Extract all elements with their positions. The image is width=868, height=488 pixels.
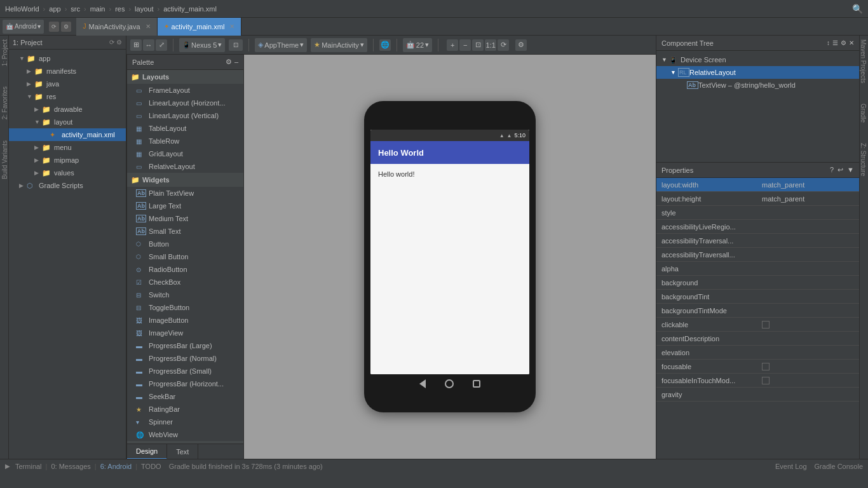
- comp-tree-filter-icon[interactable]: ☰: [832, 39, 838, 46]
- tree-item-drawable[interactable]: ▶ 📁 drawable: [9, 103, 126, 116]
- palette-item-gridlayout[interactable]: ▦ GridLayout: [127, 147, 243, 160]
- settings-canvas-btn[interactable]: ⚙: [515, 39, 527, 51]
- canvas-pan-btn[interactable]: ↔: [143, 39, 154, 51]
- activity-dropdown[interactable]: ★ MainActivity ▾: [311, 38, 367, 52]
- palette-item-large-text[interactable]: Ab Large Text: [127, 200, 243, 212]
- canvas-toggle-btn[interactable]: ⊞: [130, 39, 142, 51]
- comp-item-device-screen[interactable]: ▼ 📱 Device Screen: [656, 53, 859, 66]
- vert-tab-gradle[interactable]: Gradle: [860, 100, 868, 126]
- palette-settings-icon[interactable]: ⚙: [226, 58, 232, 66]
- palette-item-switch[interactable]: ⊟ Switch: [127, 288, 243, 301]
- tab-text[interactable]: Text: [167, 444, 198, 459]
- palette-item-ratingbar[interactable]: ★ RatingBar: [127, 403, 243, 416]
- palette-item-linearlayout-v[interactable]: ▭ LinearLayout (Vertical): [127, 109, 243, 122]
- prop-row-accessibilityTraversalBefore[interactable]: accessibilityTraversall...: [656, 248, 859, 262]
- prop-row-focusable[interactable]: focusable: [656, 360, 859, 374]
- messages-label[interactable]: 0: Messages: [51, 463, 90, 470]
- search-icon[interactable]: 🔍: [852, 4, 863, 14]
- comp-tree-close-icon[interactable]: ✕: [849, 39, 854, 46]
- tab-mainactivity-close[interactable]: ✕: [146, 23, 151, 30]
- props-undo-icon[interactable]: ↩: [837, 166, 843, 174]
- tree-item-app[interactable]: ▼ 📁 app: [9, 52, 126, 65]
- tab-design[interactable]: Design: [127, 444, 167, 459]
- event-log-link[interactable]: Event Log: [775, 463, 807, 470]
- zoom-out-btn[interactable]: −: [459, 39, 471, 51]
- tree-item-gradle[interactable]: ▶ ⬡ Gradle Scripts: [9, 179, 126, 192]
- tree-item-values[interactable]: ▶ 📁 values: [9, 166, 126, 179]
- props-filter-icon[interactable]: ▼: [847, 166, 854, 174]
- palette-item-seekbar[interactable]: ▬ SeekBar: [127, 390, 243, 403]
- actual-size-btn[interactable]: 1:1: [485, 39, 496, 51]
- palette-item-linearlayout-h[interactable]: ▭ LinearLayout (Horizont...: [127, 97, 243, 109]
- palette-item-webview[interactable]: 🌐 WebView: [127, 428, 243, 441]
- prop-value-focusableInTouchMode[interactable]: [758, 377, 859, 384]
- prop-row-contentDescription[interactable]: contentDescription: [656, 332, 859, 346]
- clickable-checkbox[interactable]: [762, 321, 770, 329]
- tab-activity-main-close[interactable]: ✕: [229, 23, 234, 30]
- focusable-checkbox[interactable]: [762, 363, 770, 370]
- palette-item-medium-text[interactable]: Ab Medium Text: [127, 212, 243, 225]
- vert-tab-maven[interactable]: Maven Projects: [860, 36, 868, 87]
- theme-dropdown[interactable]: ◈ AppTheme ▾: [255, 38, 307, 52]
- palette-item-framelayout[interactable]: ▭ FrameLayout: [127, 84, 243, 97]
- palette-item-checkbox[interactable]: ☑ CheckBox: [127, 276, 243, 288]
- prop-row-accessibilityLiveRegion[interactable]: accessibilityLiveRegio...: [656, 220, 859, 234]
- canvas-zoom-btn[interactable]: ⤢: [156, 39, 167, 51]
- prop-row-backgroundTintMode[interactable]: backgroundTintMode: [656, 304, 859, 318]
- palette-item-small-button[interactable]: ⬡ Small Button: [127, 250, 243, 263]
- prop-row-style[interactable]: style: [656, 206, 859, 220]
- fit-btn[interactable]: ⊡: [472, 39, 484, 51]
- comp-item-relativelayout[interactable]: ▼ RL RelativeLayout: [656, 66, 859, 79]
- props-help-icon[interactable]: ?: [830, 166, 834, 174]
- tree-item-layout[interactable]: ▼ 📁 layout: [9, 116, 126, 128]
- tree-item-activity-main[interactable]: ✦ activity_main.xml: [9, 128, 126, 141]
- palette-item-plain-textview[interactable]: Ab Plain TextView: [127, 187, 243, 200]
- prop-row-gravity[interactable]: gravity: [656, 388, 859, 402]
- gradle-console-link[interactable]: Gradle Console: [815, 463, 863, 470]
- palette-item-progressbar-small[interactable]: ▬ ProgressBar (Small): [127, 365, 243, 377]
- prop-value-clickable[interactable]: [758, 321, 859, 329]
- palette-item-progressbar-h[interactable]: ▬ ProgressBar (Horizont...: [127, 377, 243, 390]
- palette-item-relativelayout[interactable]: ▭ RelativeLayout: [127, 160, 243, 173]
- locale-icon[interactable]: 🌐: [379, 39, 391, 51]
- gear-project-icon[interactable]: ⚙: [116, 39, 122, 46]
- prop-row-background[interactable]: background: [656, 276, 859, 290]
- palette-item-tablerow[interactable]: ▦ TableRow: [127, 135, 243, 147]
- prop-row-elevation[interactable]: elevation: [656, 346, 859, 360]
- todo-label[interactable]: TODO: [141, 463, 161, 470]
- vert-tab-build[interactable]: Build Variants: [0, 137, 8, 183]
- comp-tree-sort-icon[interactable]: ↕: [827, 39, 830, 46]
- prop-row-focusableInTouchMode[interactable]: focusableInTouchMod...: [656, 374, 859, 388]
- palette-item-radiobutton[interactable]: ⊙ RadioButton: [127, 263, 243, 276]
- palette-item-togglebutton[interactable]: ⊟ ToggleButton: [127, 301, 243, 314]
- device-dropdown[interactable]: 📱 Nexus 5 ▾: [179, 38, 225, 52]
- comp-tree-settings-icon[interactable]: ⚙: [841, 39, 846, 46]
- tab-mainactivity[interactable]: J MainActivity.java ✕: [76, 18, 157, 36]
- prop-row-layout-height[interactable]: layout:height match_parent: [656, 192, 859, 206]
- tab-activity-main[interactable]: ✦ activity_main.xml ✕: [158, 18, 242, 36]
- settings-icon[interactable]: ⚙: [61, 22, 71, 32]
- screen-size-icon[interactable]: ⊡: [229, 39, 243, 51]
- focusableInTouchMode-checkbox[interactable]: [762, 377, 770, 384]
- vert-tab-favorites[interactable]: 2: Favorites: [0, 83, 8, 123]
- prop-value-focusable[interactable]: [758, 363, 859, 370]
- sync-icon[interactable]: ⟳: [49, 22, 59, 32]
- android-dropdown[interactable]: 🤖 Android ▾: [3, 20, 44, 34]
- palette-item-imageview[interactable]: 🖼 ImageView: [127, 327, 243, 339]
- refresh-btn[interactable]: ⟳: [498, 39, 509, 51]
- palette-close-icon[interactable]: –: [234, 58, 238, 66]
- palette-item-small-text[interactable]: Ab Small Text: [127, 225, 243, 238]
- prop-row-layout-width[interactable]: layout:width match_parent: [656, 178, 859, 192]
- sync-project-icon[interactable]: ⟳: [109, 39, 114, 46]
- tree-item-menu[interactable]: ▶ 📁 menu: [9, 141, 126, 154]
- android-label-status[interactable]: 6: Android: [100, 463, 132, 470]
- vert-tab-structure[interactable]: Z: Structure: [860, 139, 868, 180]
- palette-item-progressbar-large[interactable]: ▬ ProgressBar (Large): [127, 339, 243, 352]
- vert-tab-project[interactable]: 1: Project: [0, 36, 8, 70]
- prop-row-alpha[interactable]: alpha: [656, 262, 859, 276]
- palette-item-imagebutton[interactable]: 🖼 ImageButton: [127, 314, 243, 327]
- zoom-in-btn[interactable]: +: [447, 39, 458, 51]
- palette-item-tablelayout[interactable]: ▦ TableLayout: [127, 122, 243, 135]
- prop-row-clickable[interactable]: clickable: [656, 318, 859, 332]
- prop-row-accessibilityTraversalAfter[interactable]: accessibilityTraversal...: [656, 234, 859, 248]
